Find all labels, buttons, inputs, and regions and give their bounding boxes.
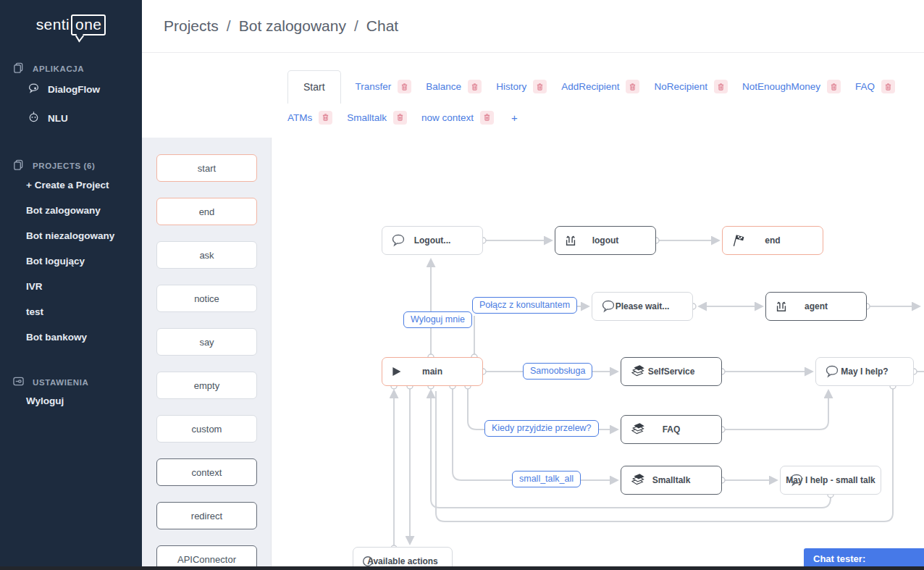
node-may-i-help-small-talk[interactable]: May I help - small talk [780, 466, 881, 495]
breadcrumb-item-projects[interactable]: Projects [164, 17, 219, 34]
palette-item-custom[interactable]: custom [156, 415, 257, 443]
sidebar-section-ustawienia: USTAWIENIAWyloguj [0, 376, 142, 414]
delete-tab-icon[interactable] [480, 111, 494, 125]
delete-tab-icon[interactable] [626, 80, 639, 93]
palette-item-say[interactable]: say [156, 328, 257, 356]
node-agent[interactable]: agent [765, 292, 867, 321]
palette-item-context[interactable]: context [156, 458, 257, 486]
delete-tab-icon[interactable] [393, 111, 407, 125]
settings-icon [12, 376, 25, 388]
node-label: Smalltalk [652, 475, 691, 485]
tab-label: NoRecipient [654, 81, 707, 92]
sidebar-item-dialogflow[interactable]: DialogFlow [0, 75, 142, 104]
sidebar-item-bot-niezalogowany[interactable]: Bot niezalogowany [0, 223, 142, 248]
tab-smalltalk[interactable]: Smalltalk [347, 111, 407, 125]
palette-item-label: ask [199, 250, 214, 261]
node-palette: startendasknoticesayemptycustomcontextre… [142, 138, 272, 570]
sidebar-item-label: Bot niezalogowany [26, 230, 114, 241]
palette-item-empty[interactable]: empty [156, 372, 257, 399]
edge-label-wyloguj-mnie[interactable]: Wyloguj mnie [403, 311, 472, 328]
tab-addrecipient[interactable]: AddRecipient [561, 80, 639, 93]
breadcrumb-item-bot-zalogowany[interactable]: Bot zalogowany [239, 17, 346, 34]
edge-label-text: Wyloguj mnie [411, 314, 465, 324]
section-header: PROJECTS (6) [0, 159, 142, 172]
add-tab-button[interactable]: + [508, 112, 521, 124]
node-smalltalk[interactable]: Smalltalk [621, 466, 722, 495]
tab-faq[interactable]: FAQ [855, 80, 895, 93]
delete-tab-icon[interactable] [398, 80, 411, 93]
tab-norecipient[interactable]: NoRecipient [654, 80, 728, 93]
sidebar-item-label: NLU [48, 113, 68, 124]
node-logout[interactable]: Logout... [382, 226, 483, 255]
edge-label-small-talk-all[interactable]: small_talk_all [512, 471, 581, 487]
node-label: Logout... [414, 235, 451, 246]
sidebar-item-create-a-project[interactable]: + Create a Project [0, 172, 142, 198]
node-please-wait[interactable]: Please wait... [592, 292, 693, 321]
sidebar-item-label: + Create a Project [26, 180, 109, 190]
palette-item-start[interactable]: start [156, 154, 257, 182]
tab-atms[interactable]: ATMs [287, 111, 332, 125]
tab-start[interactable]: Start [287, 70, 341, 104]
node-faq[interactable]: FAQ [621, 415, 722, 444]
palette-item-label: redirect [191, 511, 222, 521]
tab-transfer[interactable]: Transfer [356, 80, 412, 93]
node-label: May I help? [841, 366, 888, 377]
tab-balance[interactable]: Balance [426, 80, 482, 93]
edge-label-text: small_talk_all [519, 474, 574, 484]
sidebar-item-bot-loguj-cy[interactable]: Bot logujący [0, 248, 142, 274]
bubble-icon [824, 364, 840, 379]
delete-tab-icon[interactable] [827, 80, 841, 93]
window-bottom-edge [0, 566, 924, 570]
bubble-icon [600, 299, 616, 314]
sidebar-item-wyloguj[interactable]: Wyloguj [0, 388, 142, 414]
palette-item-notice[interactable]: notice [156, 285, 257, 312]
node-label: Please wait... [616, 301, 670, 311]
robot-icon [28, 111, 40, 125]
palette-item-end[interactable]: end [156, 198, 257, 225]
sidebar-item-nlu[interactable]: NLU [0, 104, 142, 133]
sidebar-item-label: Bot zalogowany [26, 205, 101, 216]
palette-item-label: notice [194, 293, 219, 304]
edge-label-text: Połącz z konsultantem [479, 300, 570, 310]
edge-label-samoobs-uga[interactable]: Samoobsługa [523, 363, 592, 380]
tab-now-context[interactable]: now context [421, 111, 494, 125]
delete-tab-icon[interactable] [881, 80, 895, 93]
sidebar-item-bot-bankowy[interactable]: Bot bankowy [0, 324, 142, 350]
tab-label: ATMs [287, 112, 312, 123]
node-label: logout [592, 235, 619, 246]
node-selfservice[interactable]: SelfService [621, 357, 722, 386]
edge-label-kiedy-przyjdzie-przelew[interactable]: Kiedy przyjdzie przelew? [484, 420, 599, 437]
node-main[interactable]: main [382, 357, 483, 386]
node-logout[interactable]: logout [555, 226, 656, 255]
tab-row-1: StartTransferBalanceHistoryAddRecipientN… [287, 70, 924, 103]
edge-label-po-cz-z-konsultantem[interactable]: Połącz z konsultantem [472, 297, 577, 314]
tab-history[interactable]: History [496, 80, 547, 93]
palette-item-redirect[interactable]: redirect [156, 502, 257, 529]
sidebar-item-label: DialogFlow [48, 84, 100, 95]
tab-row-2: ATMsSmalltalknow context+ [287, 104, 924, 131]
sidebar-item-label: Bot bankowy [26, 332, 87, 343]
tab-notenoughmoney[interactable]: NotEnoughMoney [742, 80, 841, 93]
delete-tab-icon[interactable] [714, 80, 728, 93]
layers-icon [629, 472, 647, 488]
bubble-icon [390, 233, 406, 248]
section-label: APLIKACJA [33, 64, 84, 73]
node-label: end [765, 235, 780, 246]
section-label: USTAWIENIA [33, 378, 88, 387]
delete-tab-icon[interactable] [533, 80, 547, 93]
breadcrumb-item-chat: Chat [366, 17, 398, 34]
sidebar-item-test[interactable]: test [0, 299, 142, 324]
delete-tab-icon[interactable] [319, 111, 332, 125]
connection-ports[interactable] [391, 238, 917, 551]
sidebar-item-label: test [26, 306, 43, 317]
palette-item-ask[interactable]: ask [156, 241, 257, 269]
sidebar-item-ivr[interactable]: IVR [0, 274, 142, 299]
bubble-icon [789, 473, 805, 487]
flag-icon [731, 233, 746, 248]
sidebar-item-bot-zalogowany[interactable]: Bot zalogowany [0, 198, 142, 223]
delete-tab-icon[interactable] [468, 80, 482, 93]
node-may-i-help[interactable]: May I help? [815, 357, 914, 386]
node-label: SelfService [648, 366, 695, 377]
tab-label: now context [421, 112, 474, 123]
node-end[interactable]: end [722, 226, 823, 255]
